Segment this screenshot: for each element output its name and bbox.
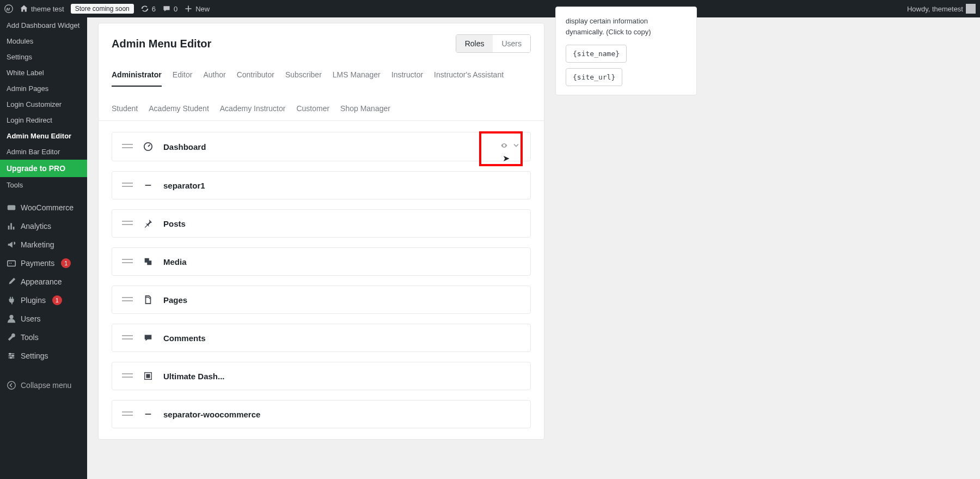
avatar bbox=[966, 4, 976, 14]
sidebar-upgrade-pro[interactable]: Upgrade to PRO bbox=[0, 160, 87, 177]
role-tabs: AdministratorEditorAuthorContributorSubs… bbox=[99, 64, 544, 121]
code-snippet-button[interactable]: {site_name} bbox=[566, 45, 627, 63]
menu-item-label: Ultimate Dash... bbox=[163, 372, 520, 381]
drag-handle-icon[interactable] bbox=[122, 142, 133, 151]
sidebar-sub-item[interactable]: Admin Bar Editor bbox=[0, 144, 87, 160]
sidebar-item[interactable]: Settings bbox=[0, 347, 87, 365]
menu-row[interactable]: separator-woocommerce bbox=[112, 400, 531, 428]
menu-item-icon bbox=[143, 333, 154, 343]
roles-users-toggle: Roles Users bbox=[456, 34, 531, 53]
howdy-user[interactable]: Howdy, themetest bbox=[907, 4, 976, 14]
updates-link[interactable]: 6 bbox=[140, 4, 156, 13]
sidebar-item[interactable]: WooCommerce bbox=[0, 198, 87, 217]
role-tab[interactable]: Academy Student bbox=[149, 98, 209, 120]
svg-rect-25 bbox=[146, 374, 150, 378]
expand-icon[interactable] bbox=[512, 141, 520, 152]
svg-rect-22 bbox=[122, 373, 133, 374]
menu-item-label: separator1 bbox=[163, 181, 520, 190]
sidebar-sub-item[interactable]: Modules bbox=[0, 33, 87, 49]
role-tab[interactable]: Customer bbox=[296, 98, 329, 120]
role-tab[interactable]: Subscriber bbox=[285, 64, 322, 87]
menu-row[interactable]: Posts bbox=[112, 209, 531, 238]
admin-sidebar: Add Dashboard WidgetModulesSettingsWhite… bbox=[0, 17, 87, 479]
role-tab[interactable]: Administrator bbox=[112, 64, 162, 87]
svg-rect-13 bbox=[145, 185, 151, 186]
drag-handle-icon[interactable] bbox=[122, 333, 133, 343]
drag-handle-icon[interactable] bbox=[122, 409, 133, 419]
sidebar-item[interactable]: Marketing bbox=[0, 235, 87, 254]
sidebar-item[interactable]: Payments1 bbox=[0, 254, 87, 272]
store-status-pill[interactable]: Store coming soon bbox=[71, 4, 134, 14]
sidebar-sub-item[interactable]: Admin Menu Editor bbox=[0, 128, 87, 144]
menu-item-label: Media bbox=[163, 257, 520, 266]
menu-item-label: Comments bbox=[163, 334, 520, 343]
drag-handle-icon[interactable] bbox=[122, 257, 133, 266]
svg-rect-21 bbox=[122, 338, 133, 339]
sidebar-sub-item[interactable]: Login Redirect bbox=[0, 112, 87, 128]
role-tab[interactable]: Instructor's Assistant bbox=[434, 64, 504, 87]
menu-item-label: Pages bbox=[163, 295, 520, 305]
menu-item-icon bbox=[143, 257, 154, 266]
svg-rect-14 bbox=[122, 221, 133, 222]
menu-item-icon bbox=[143, 295, 154, 305]
menu-item-icon bbox=[143, 409, 154, 419]
wp-logo[interactable] bbox=[4, 4, 13, 13]
svg-rect-27 bbox=[122, 415, 133, 416]
drag-handle-icon[interactable] bbox=[122, 180, 133, 190]
menu-row[interactable]: Comments bbox=[112, 324, 531, 352]
svg-rect-17 bbox=[122, 262, 133, 263]
menu-item-label: separator-woocommerce bbox=[163, 410, 520, 419]
drag-handle-icon[interactable] bbox=[122, 219, 133, 228]
roles-toggle[interactable]: Roles bbox=[456, 35, 493, 52]
drag-handle-icon[interactable] bbox=[122, 295, 133, 305]
menu-item-list: Dashboard➤separator1PostsMediaPagesComme… bbox=[99, 121, 544, 439]
role-tab[interactable]: Instructor bbox=[391, 64, 423, 87]
sidebar-item[interactable]: Plugins1 bbox=[0, 291, 87, 310]
sidebar-item[interactable]: Analytics bbox=[0, 217, 87, 235]
side-panel-desc: display certain information dynamically.… bbox=[566, 16, 687, 37]
role-tab[interactable]: Student bbox=[112, 98, 138, 120]
svg-rect-18 bbox=[122, 297, 133, 298]
sidebar-item[interactable]: Users bbox=[0, 310, 87, 328]
drag-handle-icon[interactable] bbox=[122, 371, 133, 381]
menu-row[interactable]: Ultimate Dash... bbox=[112, 362, 531, 390]
sidebar-sub-item[interactable]: Admin Pages bbox=[0, 81, 87, 96]
menu-row[interactable]: separator1 bbox=[112, 171, 531, 199]
sidebar-item[interactable]: Appearance bbox=[0, 272, 87, 291]
role-tab[interactable]: Shop Manager bbox=[340, 98, 390, 120]
svg-rect-12 bbox=[122, 186, 133, 187]
svg-rect-9 bbox=[122, 147, 133, 148]
users-toggle[interactable]: Users bbox=[493, 35, 530, 52]
comments-link[interactable]: 0 bbox=[162, 4, 177, 13]
svg-point-6 bbox=[10, 357, 12, 359]
sidebar-sub-tools[interactable]: Tools bbox=[0, 177, 87, 193]
sidebar-sub-item[interactable]: Settings bbox=[0, 49, 87, 65]
menu-item-label: Posts bbox=[163, 219, 520, 228]
visibility-icon[interactable] bbox=[500, 141, 509, 152]
site-home[interactable]: theme test bbox=[20, 4, 64, 13]
code-snippet-button[interactable]: {site_url} bbox=[566, 68, 622, 86]
menu-item-label: Dashboard bbox=[163, 142, 490, 151]
collapse-menu[interactable]: Collapse menu bbox=[0, 376, 87, 395]
main-panel: Admin Menu Editor Roles Users Administra… bbox=[98, 23, 544, 440]
menu-row[interactable]: Media bbox=[112, 247, 531, 276]
menu-row[interactable]: Pages bbox=[112, 286, 531, 314]
role-tab[interactable]: Author bbox=[203, 64, 225, 87]
page-title: Admin Menu Editor bbox=[112, 38, 211, 50]
svg-rect-1 bbox=[8, 205, 15, 210]
role-tab[interactable]: Academy Instructor bbox=[220, 98, 286, 120]
new-content-link[interactable]: New bbox=[184, 4, 210, 13]
role-tab[interactable]: LMS Manager bbox=[333, 64, 381, 87]
sidebar-sub-item[interactable]: Add Dashboard Widget bbox=[0, 17, 87, 33]
sidebar-sub-item[interactable]: White Label bbox=[0, 65, 87, 81]
sidebar-item[interactable]: Tools bbox=[0, 328, 87, 347]
svg-point-3 bbox=[9, 315, 13, 319]
svg-point-7 bbox=[8, 381, 15, 389]
role-tab[interactable]: Contributor bbox=[237, 64, 274, 87]
menu-row[interactable]: Dashboard➤ bbox=[112, 132, 531, 161]
svg-rect-8 bbox=[122, 144, 133, 145]
role-tab[interactable]: Editor bbox=[173, 64, 193, 87]
svg-rect-11 bbox=[122, 183, 133, 184]
sidebar-sub-item[interactable]: Login Customizer bbox=[0, 96, 87, 112]
cursor-icon: ➤ bbox=[503, 153, 510, 163]
